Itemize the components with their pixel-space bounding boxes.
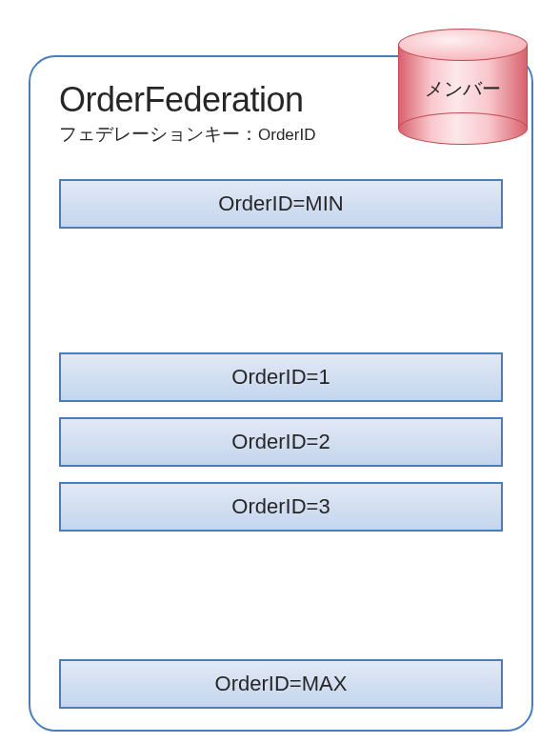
order-box-2: OrderID=2: [59, 417, 503, 467]
cylinder-top: [398, 29, 528, 61]
subtitle-key: OrderID: [258, 126, 315, 144]
order-box-max: OrderID=MAX: [59, 659, 503, 709]
order-box-3: OrderID=3: [59, 482, 503, 532]
federation-container: OrderFederation フェデレーションキー：OrderID Order…: [29, 55, 533, 732]
order-box-1: OrderID=1: [59, 352, 503, 402]
order-box-min: OrderID=MIN: [59, 179, 503, 229]
member-cylinder: メンバー: [398, 29, 528, 145]
cylinder-bottom: [398, 112, 528, 145]
subtitle-prefix: フェデレーションキー：: [59, 124, 258, 144]
cylinder-label: メンバー: [398, 76, 528, 102]
